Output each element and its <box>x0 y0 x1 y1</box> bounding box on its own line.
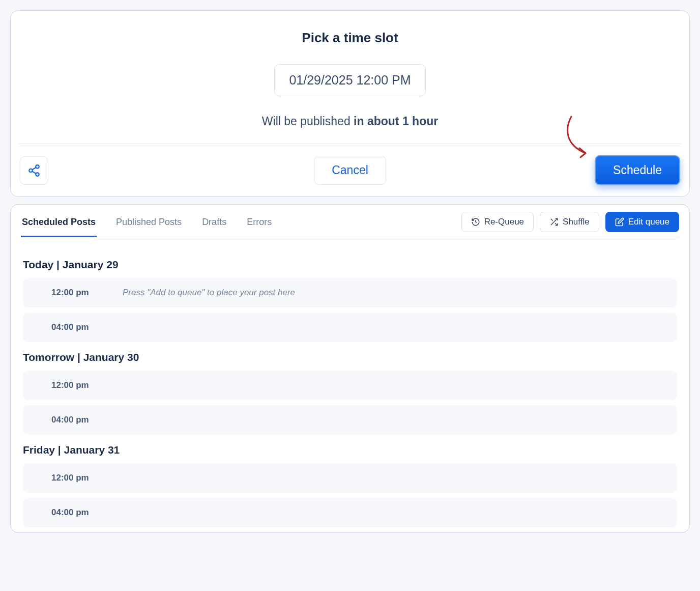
timeslot-actions: Cancel Schedule <box>11 144 689 196</box>
svg-point-2 <box>36 173 39 176</box>
tab-errors[interactable]: Errors <box>246 211 273 237</box>
svg-line-3 <box>32 167 36 170</box>
publish-relative-text: Will be published in about 1 hour <box>21 115 679 128</box>
share-icon <box>27 164 41 177</box>
requeue-button[interactable]: Re-Queue <box>461 212 534 232</box>
svg-line-7 <box>551 219 553 221</box>
cancel-button[interactable]: Cancel <box>314 156 386 185</box>
edit-queue-label: Edit queue <box>628 217 669 227</box>
tabs: Scheduled PostsPublished PostsDraftsErro… <box>21 211 273 237</box>
tab-scheduled-posts[interactable]: Scheduled Posts <box>21 211 97 237</box>
datetime-input[interactable]: 01/29/2025 12:00 PM <box>274 64 425 96</box>
publish-relative: in about 1 hour <box>354 115 438 128</box>
history-icon <box>471 217 480 227</box>
slot-time: 12:00 pm <box>51 380 95 390</box>
queue-card: Scheduled PostsPublished PostsDraftsErro… <box>10 204 690 533</box>
slot-row[interactable]: 04:00 pm <box>23 313 677 342</box>
slot-time: 04:00 pm <box>51 322 95 332</box>
timeslot-card: Pick a time slot 01/29/2025 12:00 PM Wil… <box>10 10 690 197</box>
slot-row[interactable]: 12:00 pm <box>23 371 677 400</box>
share-button[interactable] <box>20 156 48 185</box>
slot-time: 12:00 pm <box>51 288 95 298</box>
svg-point-1 <box>29 168 33 172</box>
svg-line-4 <box>32 171 36 173</box>
slot-row[interactable]: 04:00 pm <box>23 405 677 435</box>
publish-prefix: Will be published <box>262 115 354 128</box>
requeue-label: Re-Queue <box>484 217 524 227</box>
slot-time: 04:00 pm <box>51 415 95 425</box>
slot-time: 04:00 pm <box>51 508 95 518</box>
timeslot-body: Pick a time slot 01/29/2025 12:00 PM Wil… <box>11 11 689 144</box>
queue-actions: Re-Queue Shuffle Edit queue <box>461 212 679 236</box>
tab-published-posts[interactable]: Published Posts <box>115 211 183 237</box>
shuffle-label: Shuffle <box>563 217 590 227</box>
slot-hint: Press "Add to queue" to place your post … <box>123 288 295 298</box>
slot-row[interactable]: 04:00 pm <box>23 498 677 527</box>
schedule-button[interactable]: Schedule <box>595 155 680 185</box>
slot-row[interactable]: 12:00 pmPress "Add to queue" to place yo… <box>23 278 677 307</box>
day-label: Tomorrow | January 30 <box>23 351 677 363</box>
day-label: Today | January 29 <box>23 259 677 271</box>
schedule-body: Today | January 2912:00 pmPress "Add to … <box>21 237 679 527</box>
shuffle-icon <box>549 217 559 227</box>
day-label: Friday | January 31 <box>23 444 677 456</box>
svg-point-0 <box>36 165 39 168</box>
slot-time: 12:00 pm <box>51 473 95 483</box>
tab-drafts[interactable]: Drafts <box>201 211 227 237</box>
timeslot-title: Pick a time slot <box>21 30 679 46</box>
shuffle-button[interactable]: Shuffle <box>540 212 599 232</box>
queue-header: Scheduled PostsPublished PostsDraftsErro… <box>21 211 679 237</box>
slot-row[interactable]: 12:00 pm <box>23 463 677 493</box>
edit-queue-button[interactable]: Edit queue <box>605 212 679 232</box>
edit-icon <box>615 217 624 227</box>
